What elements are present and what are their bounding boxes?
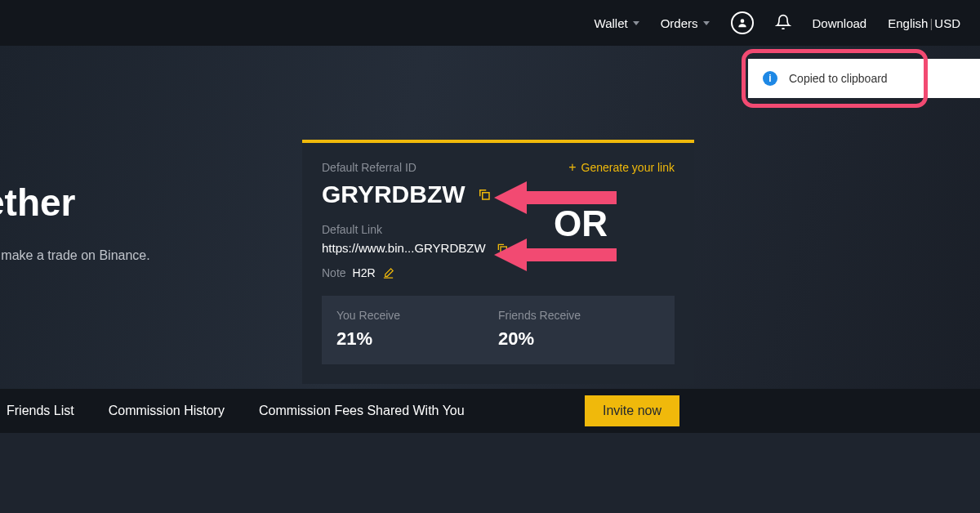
download-link[interactable]: Download <box>813 16 867 30</box>
copy-icon[interactable] <box>477 187 492 202</box>
bell-icon[interactable] <box>775 14 791 33</box>
or-annotation: OR <box>554 203 608 244</box>
referral-id-value: GRYRDBZW <box>322 181 466 208</box>
svg-point-0 <box>740 19 744 23</box>
chevron-down-icon <box>703 21 710 25</box>
friends-receive-label: Friends Receive <box>498 309 660 322</box>
note-label: Note <box>322 266 346 279</box>
tabs-bar: Friends List Commission History Commissi… <box>0 389 980 433</box>
page-title: ether <box>0 181 75 225</box>
toast-highlight-annotation <box>742 49 928 108</box>
page-subtitle: ds make a trade on Binance. <box>0 248 150 263</box>
generate-link-button[interactable]: + Generate your link <box>568 161 675 174</box>
orders-label: Orders <box>661 16 698 30</box>
bottom-area <box>0 433 980 513</box>
orders-menu[interactable]: Orders <box>661 16 710 30</box>
svg-rect-3 <box>519 191 617 204</box>
stats-box: You Receive 21% Friends Receive 20% <box>322 296 675 364</box>
friends-receive-value: 20% <box>498 328 660 350</box>
svg-marker-4 <box>494 181 527 214</box>
svg-rect-1 <box>482 193 488 199</box>
tab-commission-fees[interactable]: Commission Fees Shared With You <box>259 404 465 418</box>
tab-commission-history[interactable]: Commission History <box>109 404 225 418</box>
referral-id-label: Default Referral ID <box>322 161 416 174</box>
default-link-label: Default Link <box>322 223 675 236</box>
svg-rect-5 <box>519 248 617 261</box>
language-currency[interactable]: English | USD <box>888 16 960 30</box>
user-icon[interactable] <box>731 11 754 34</box>
top-navbar: Wallet Orders Download English | USD <box>0 0 980 46</box>
chevron-down-icon <box>633 21 639 25</box>
wallet-label: Wallet <box>595 16 628 30</box>
wallet-menu[interactable]: Wallet <box>595 16 639 30</box>
edit-icon[interactable] <box>382 267 394 279</box>
note-value: H2R <box>353 266 376 279</box>
invite-button[interactable]: Invite now <box>585 395 679 426</box>
svg-marker-6 <box>494 239 527 271</box>
plus-icon: + <box>568 161 576 174</box>
you-receive-label: You Receive <box>336 309 498 322</box>
tab-friends-list[interactable]: Friends List <box>7 404 74 418</box>
default-link-value: https://www.bin...GRYRDBZW <box>322 241 486 255</box>
you-receive-value: 21% <box>336 328 498 350</box>
